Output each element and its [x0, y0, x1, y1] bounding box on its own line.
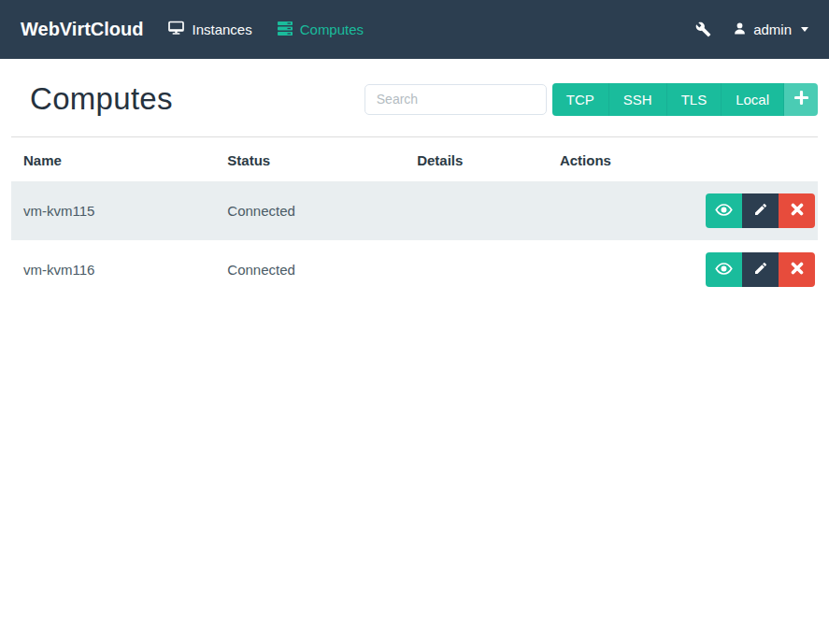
top-navbar: WebVirtCloud Instances: [0, 0, 829, 59]
main-content: Computes TCP SSH TLS Local Name Status: [0, 81, 829, 299]
row-actions: [706, 193, 815, 228]
edit-compute-button[interactable]: [742, 193, 779, 228]
compute-details: [405, 181, 548, 240]
add-tls-button[interactable]: TLS: [666, 83, 722, 116]
add-local-button[interactable]: Local: [721, 83, 783, 116]
monitor-icon: [168, 21, 184, 38]
add-compute-toolbar: TCP SSH TLS Local: [552, 83, 818, 116]
column-header-status: Status: [215, 137, 405, 181]
view-compute-button[interactable]: [706, 252, 742, 287]
table-row: vm-kvm116 Connected: [11, 240, 818, 299]
wrench-icon[interactable]: [695, 21, 711, 37]
page-header-row: Computes TCP SSH TLS Local: [11, 81, 818, 117]
compute-details: [405, 240, 548, 299]
user-menu[interactable]: admin: [733, 21, 808, 38]
add-tcp-button[interactable]: TCP: [552, 83, 608, 116]
page-title: Computes: [30, 81, 173, 117]
column-header-actions: Actions: [548, 137, 818, 181]
brand-logo[interactable]: WebVirtCloud: [21, 19, 143, 40]
close-icon: [791, 203, 804, 219]
add-compute-button[interactable]: [783, 83, 818, 116]
compute-name: vm-kvm116: [11, 240, 215, 299]
compute-status: Connected: [215, 181, 405, 240]
user-icon: [733, 21, 747, 38]
nav-item-label: Computes: [300, 21, 364, 37]
edit-compute-button[interactable]: [742, 252, 779, 287]
compute-status: Connected: [215, 240, 405, 299]
chevron-down-icon: [801, 27, 808, 32]
user-name: admin: [753, 21, 792, 37]
search-input[interactable]: [364, 84, 547, 115]
table-row: vm-kvm115 Connected: [11, 181, 818, 240]
nav-item-instances[interactable]: Instances: [168, 21, 251, 38]
pencil-icon: [753, 202, 768, 220]
column-header-details: Details: [405, 137, 548, 181]
server-icon: [278, 21, 293, 38]
eye-icon: [714, 261, 734, 279]
nav-item-computes[interactable]: Computes: [278, 21, 364, 38]
plus-icon: [794, 91, 808, 107]
compute-name: vm-kvm115: [11, 181, 215, 240]
main-nav: Instances Computes: [168, 21, 364, 38]
computes-table: Name Status Details Actions vm-kvm115 Co…: [11, 137, 818, 299]
close-icon: [791, 262, 804, 278]
add-ssh-button[interactable]: SSH: [608, 83, 666, 116]
delete-compute-button[interactable]: [779, 193, 815, 228]
nav-item-label: Instances: [192, 21, 251, 37]
delete-compute-button[interactable]: [779, 252, 815, 287]
row-actions: [706, 252, 815, 287]
table-header-row: Name Status Details Actions: [11, 137, 818, 181]
eye-icon: [714, 202, 734, 221]
navbar-right: admin: [695, 21, 808, 38]
view-compute-button[interactable]: [706, 193, 742, 228]
column-header-name: Name: [11, 137, 215, 181]
pencil-icon: [753, 261, 768, 279]
